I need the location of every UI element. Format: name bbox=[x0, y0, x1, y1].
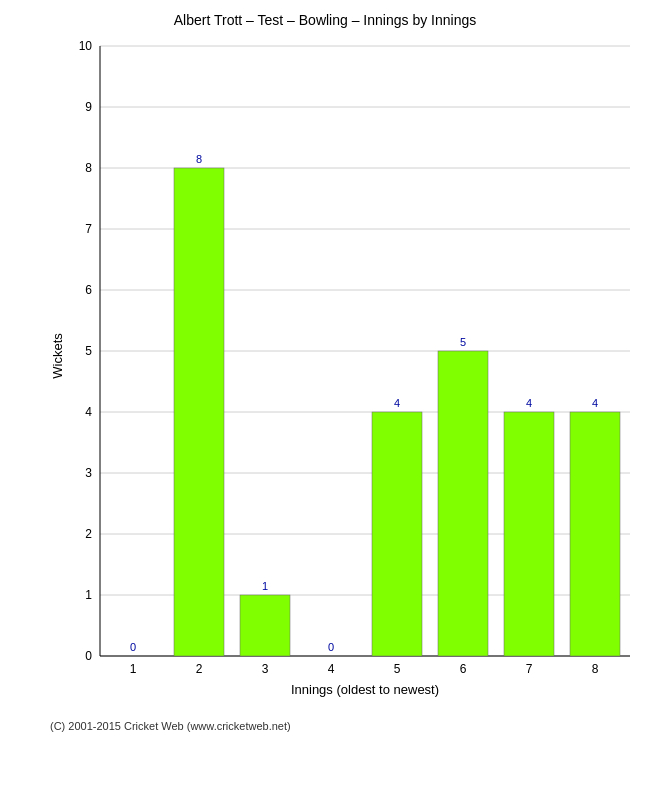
bar-6 bbox=[438, 351, 488, 656]
y-label-7: 7 bbox=[85, 222, 92, 236]
chart-area: 10 9 8 7 6 5 4 3 2 1 0 Wickets 0 1 bbox=[50, 36, 640, 716]
y-label-6: 6 bbox=[85, 283, 92, 297]
bar-7 bbox=[504, 412, 554, 656]
bar-label-5: 4 bbox=[394, 397, 400, 409]
y-label-0: 0 bbox=[85, 649, 92, 663]
x-tick-3: 3 bbox=[262, 662, 269, 676]
y-label-5: 5 bbox=[85, 344, 92, 358]
x-tick-2: 2 bbox=[196, 662, 203, 676]
bar-label-3: 1 bbox=[262, 580, 268, 592]
bar-label-7: 4 bbox=[526, 397, 532, 409]
x-tick-8: 8 bbox=[592, 662, 599, 676]
x-tick-4: 4 bbox=[328, 662, 335, 676]
y-label-9: 9 bbox=[85, 100, 92, 114]
footer-text: (C) 2001-2015 Cricket Web (www.cricketwe… bbox=[50, 720, 640, 732]
bar-chart: 10 9 8 7 6 5 4 3 2 1 0 Wickets 0 1 bbox=[50, 36, 640, 716]
x-tick-5: 5 bbox=[394, 662, 401, 676]
bar-3 bbox=[240, 595, 290, 656]
y-label-2: 2 bbox=[85, 527, 92, 541]
bar-label-1: 0 bbox=[130, 641, 136, 653]
bar-label-6: 5 bbox=[460, 336, 466, 348]
y-label-4: 4 bbox=[85, 405, 92, 419]
bar-label-8: 4 bbox=[592, 397, 598, 409]
x-tick-6: 6 bbox=[460, 662, 467, 676]
y-label-3: 3 bbox=[85, 466, 92, 480]
chart-title: Albert Trott – Test – Bowling – Innings … bbox=[174, 12, 476, 28]
x-tick-1: 1 bbox=[130, 662, 137, 676]
bar-label-4: 0 bbox=[328, 641, 334, 653]
y-label-10: 10 bbox=[79, 39, 93, 53]
x-axis-title: Innings (oldest to newest) bbox=[291, 682, 439, 697]
y-axis-title: Wickets bbox=[50, 333, 65, 379]
bar-2 bbox=[174, 168, 224, 656]
bar-8 bbox=[570, 412, 620, 656]
y-label-1: 1 bbox=[85, 588, 92, 602]
x-tick-7: 7 bbox=[526, 662, 533, 676]
bar-label-2: 8 bbox=[196, 153, 202, 165]
chart-container: Albert Trott – Test – Bowling – Innings … bbox=[0, 0, 650, 800]
y-label-8: 8 bbox=[85, 161, 92, 175]
bar-5 bbox=[372, 412, 422, 656]
